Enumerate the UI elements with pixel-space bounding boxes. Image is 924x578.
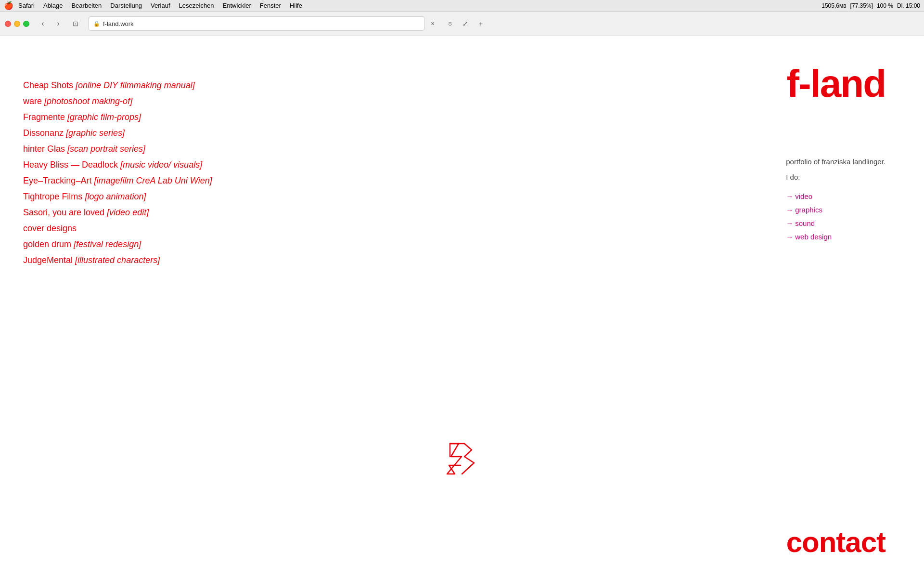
- nav-item-subtitle: [illustrated characters]: [73, 255, 160, 265]
- arrow-graphics-icon: →: [786, 204, 793, 216]
- list-item[interactable]: Fragmente [graphic film-props]: [23, 111, 901, 124]
- lock-icon: 🔒: [93, 21, 100, 27]
- browser-chrome: ‹ › ⊡ 🔒 f-land.work × ⎏ ⤢ +: [0, 12, 924, 36]
- page-content: f-land portfolio of franziska landlinger…: [0, 36, 924, 578]
- nav-buttons: ‹ ›: [36, 17, 65, 30]
- nav-item-subtitle: [video edit]: [104, 208, 149, 217]
- nav-item-title: golden drum: [23, 239, 71, 249]
- battery-percent: [77.35%]: [850, 2, 873, 9]
- list-item[interactable]: golden drum [festival redesign]: [23, 238, 901, 251]
- nav-item-subtitle: [festival redesign]: [71, 239, 141, 249]
- menubar-ablage[interactable]: Ablage: [43, 2, 63, 9]
- arrow-video-icon: →: [786, 191, 793, 202]
- url-display: f-land.work: [103, 20, 134, 27]
- menubar-entwickler[interactable]: Entwickler: [223, 2, 251, 9]
- browser-toolbar: ‹ › ⊡ 🔒 f-land.work × ⎏ ⤢ +: [0, 12, 924, 36]
- menubar-lesezeichen[interactable]: Lesezeichen: [179, 2, 214, 9]
- list-item[interactable]: hinter Glas [scan portrait series]: [23, 143, 901, 156]
- nav-item-subtitle: [logo animation]: [82, 192, 146, 201]
- menubar-right: 1505,6мв [77.35%] 100 % Di. 15:00: [821, 2, 920, 9]
- list-item[interactable]: Sasori, you are loved [video edit]: [23, 206, 901, 219]
- zoom-level: 100 %: [877, 2, 893, 9]
- menubar-darstellung[interactable]: Darstellung: [110, 2, 142, 9]
- menubar-fenster[interactable]: Fenster: [260, 2, 281, 9]
- clock: Di. 15:00: [897, 2, 920, 9]
- nav-item-subtitle: [music video/ visuals]: [118, 160, 202, 170]
- nav-item-subtitle: [imagefilm CreA Lab Uni Wien]: [91, 176, 212, 185]
- nav-list: Cheap Shots [online DIY filmmaking manua…: [23, 79, 901, 267]
- site-title: f-land: [786, 65, 886, 103]
- list-item[interactable]: Cheap Shots [online DIY filmmaking manua…: [23, 79, 901, 92]
- list-item[interactable]: Eye–Tracking–Art [imagefilm CreA Lab Uni…: [23, 174, 901, 187]
- list-item[interactable]: Tightrope Films [logo animation]: [23, 190, 901, 203]
- traffic-lights: [5, 21, 29, 27]
- nav-item-title: Fragmente: [23, 112, 65, 122]
- link-video-label: video: [795, 191, 812, 202]
- contact-footer[interactable]: contact: [786, 525, 886, 559]
- link-graphics-label: graphics: [795, 204, 822, 216]
- add-tab-button[interactable]: +: [474, 17, 488, 30]
- sidebar-toggle-button[interactable]: ⊡: [69, 17, 82, 30]
- link-webdesign-label: web design: [795, 231, 832, 243]
- browser-actions: ⎏ ⤢ +: [443, 17, 488, 30]
- nav-item-title: Cheap Shots: [23, 80, 73, 90]
- address-bar-container: 🔒 f-land.work: [88, 16, 425, 31]
- nav-item-title: ware: [23, 96, 42, 106]
- apple-menu[interactable]: 🍎: [4, 1, 13, 10]
- expand-button[interactable]: ⤢: [459, 17, 472, 30]
- close-button[interactable]: [5, 21, 11, 27]
- link-sound-label: sound: [795, 218, 815, 229]
- back-button[interactable]: ‹: [36, 17, 50, 30]
- portfolio-description: portfolio of franziska landlinger.: [786, 156, 886, 168]
- list-item[interactable]: Dissonanz [graphic series]: [23, 127, 901, 140]
- nav-item-subtitle: [graphic film-props]: [65, 112, 141, 122]
- nav-item-title: Sasori, you are loved: [23, 208, 104, 217]
- forward-button[interactable]: ›: [51, 17, 65, 30]
- nav-item-title: hinter Glas: [23, 144, 65, 154]
- arrow-webdesign-icon: →: [786, 231, 793, 243]
- portfolio-info: portfolio of franziska landlinger. I do:…: [786, 156, 886, 243]
- nav-item-subtitle: [online DIY filmmaking manual]: [73, 80, 195, 90]
- list-item[interactable]: JudgeMental [illustrated characters]: [23, 254, 901, 267]
- close-tab-button[interactable]: ×: [429, 19, 436, 28]
- list-item[interactable]: cover designs: [23, 222, 901, 235]
- portfolio-i-do: I do:: [786, 171, 886, 183]
- memory-indicator: 1505,6мв: [821, 2, 846, 9]
- nav-item-subtitle: [graphic series]: [64, 128, 125, 138]
- link-video[interactable]: → video: [786, 191, 886, 202]
- link-sound[interactable]: → sound: [786, 218, 886, 229]
- nav-item-title: Dissonanz: [23, 128, 64, 138]
- nav-item-subtitle: [photoshoot making-of]: [42, 96, 132, 106]
- menubar-app[interactable]: Safari: [18, 2, 35, 9]
- nav-item-title: Tightrope Films: [23, 192, 82, 201]
- center-logo: [440, 436, 484, 482]
- nav-item-title: cover designs: [23, 223, 77, 233]
- logo-svg: [440, 436, 484, 480]
- portfolio-links: → video → graphics → sound → web design: [786, 191, 886, 243]
- menubar: 🍎 Safari Ablage Bearbeiten Darstellung V…: [0, 0, 924, 12]
- nav-item-title: Eye–Tracking–Art: [23, 176, 91, 185]
- menubar-hilfe[interactable]: Hilfe: [290, 2, 302, 9]
- arrow-sound-icon: →: [786, 218, 793, 229]
- nav-item-title: JudgeMental: [23, 255, 73, 265]
- list-item[interactable]: Heavy Bliss — Deadlock [music video/ vis…: [23, 158, 901, 171]
- menubar-bearbeiten[interactable]: Bearbeiten: [71, 2, 102, 9]
- list-item[interactable]: ware [photoshoot making-of]: [23, 95, 901, 108]
- maximize-button[interactable]: [23, 21, 29, 27]
- minimize-button[interactable]: [14, 21, 20, 27]
- address-bar[interactable]: 🔒 f-land.work: [88, 16, 425, 31]
- menubar-verlauf[interactable]: Verlauf: [151, 2, 170, 9]
- nav-item-subtitle: [scan portrait series]: [65, 144, 145, 154]
- link-graphics[interactable]: → graphics: [786, 204, 886, 216]
- link-webdesign[interactable]: → web design: [786, 231, 886, 243]
- menubar-items: Safari Ablage Bearbeiten Darstellung Ver…: [18, 2, 302, 9]
- nav-item-title: Heavy Bliss — Deadlock: [23, 160, 118, 170]
- share-button[interactable]: ⎏: [443, 17, 457, 30]
